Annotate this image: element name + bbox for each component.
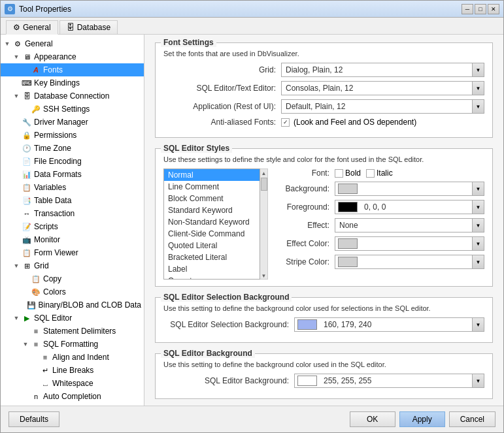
sql-editor-bg-title: SQL Editor Background (161, 349, 255, 358)
sidebar-item-formviewer[interactable]: 📋 Form Viewer (1, 246, 144, 259)
sidebar-item-dataformats[interactable]: 📊 Data Formats (1, 168, 144, 181)
sidebar-item-scripts[interactable]: 📝 Scripts (1, 220, 144, 233)
style-quoted-literal[interactable]: Quoted Literal (164, 240, 260, 251)
sqleditor-font-select[interactable]: Consolas, Plain, 12 ▼ (281, 81, 484, 95)
apply-button[interactable]: Apply (399, 411, 445, 427)
appearance-icon: 🖥 (22, 52, 32, 62)
antialiased-checkbox[interactable] (281, 118, 290, 127)
sidebar-item-appearance[interactable]: ▼ 🖥 Appearance (1, 50, 144, 63)
stripe-color-select[interactable]: ▼ (335, 255, 484, 269)
window-icon: ⚙ (5, 4, 15, 14)
sqleditor-font-arrow[interactable]: ▼ (472, 82, 484, 95)
sidebar-item-sqleditor[interactable]: ▼ ▶ SQL Editor (1, 312, 144, 325)
scroll-up[interactable]: ▲ (261, 170, 267, 176)
sql-selection-bg-select[interactable]: 160, 179, 240 ▼ (294, 317, 484, 332)
style-list-container: Normal Line Comment Block Comment Standa… (163, 168, 268, 280)
sidebar-item-keybindings[interactable]: ⌨ Key Bindings (1, 76, 144, 89)
minimize-button[interactable]: ─ (462, 4, 473, 14)
appui-font-value: Default, Plain, 12 (282, 102, 472, 111)
background-arrow[interactable]: ▼ (472, 182, 484, 195)
sql-selection-bg-border: SQL Editor Selection Background Use this… (155, 297, 493, 343)
sidebar-item-fileencoding[interactable]: 📄 File Encoding (1, 155, 144, 168)
sidebar-item-sqlformatting[interactable]: ▼ ≡ SQL Formatting (1, 338, 144, 351)
sql-editor-bg-arrow[interactable]: ▼ (472, 374, 484, 387)
bold-checkbox[interactable] (335, 169, 343, 178)
sidebar-item-tabledata[interactable]: 📑 Table Data (1, 194, 144, 207)
style-label[interactable]: Label (164, 263, 260, 275)
sidebar-item-colors[interactable]: 🎨 Colors (1, 285, 144, 298)
effect-color-select[interactable]: ▼ (335, 236, 484, 251)
sidebar-item-sshsettings[interactable]: 🔑 SSH Settings (1, 103, 144, 116)
appui-font-select[interactable]: Default, Plain, 12 ▼ (281, 99, 484, 114)
style-list[interactable]: Normal Line Comment Block Comment Standa… (163, 168, 260, 280)
dataformats-icon: 📊 (22, 169, 32, 180)
tab-database[interactable]: 🗄 Database (59, 20, 118, 34)
sidebar-item-fonts[interactable]: A Fonts (1, 63, 144, 76)
sidebar-item-alignindent[interactable]: ≡ Align and Indent (1, 351, 144, 364)
keybindings-icon: ⌨ (22, 78, 32, 88)
cancel-button[interactable]: Cancel (449, 411, 496, 427)
sql-selection-bg-arrow[interactable]: ▼ (472, 318, 484, 331)
stripe-color-arrow[interactable]: ▼ (472, 255, 484, 268)
effect-color-arrow[interactable]: ▼ (472, 237, 484, 250)
background-select[interactable]: ▼ (335, 182, 484, 196)
sidebar-item-variables[interactable]: 📋 Variables (1, 181, 144, 194)
grid-font-value: Dialog, Plain, 12 (282, 65, 472, 74)
style-normal[interactable]: Normal (164, 169, 260, 181)
sidebar-item-general[interactable]: ▼ ⚙ General (1, 37, 144, 50)
title-bar: ⚙ Tool Properties ─ □ ✕ (1, 1, 503, 18)
sidebar-item-permissions[interactable]: 🔒 Permissions (1, 129, 144, 142)
expand-icon (31, 366, 39, 374)
effect-arrow[interactable]: ▼ (472, 219, 484, 232)
sql-editor-bg-section: SQL Editor Background Use this setting t… (155, 353, 493, 399)
grid-font-select[interactable]: Dialog, Plain, 12 ▼ (281, 63, 484, 77)
scroll-down[interactable]: ▼ (261, 273, 267, 279)
effect-color-label: Effect Color: (276, 239, 335, 248)
maximize-button[interactable]: □ (475, 4, 486, 14)
grid-font-arrow[interactable]: ▼ (472, 63, 484, 76)
sqleditor-font-row: SQL Editor/Text Editor: Consolas, Plain,… (163, 81, 484, 95)
style-operator[interactable]: Operator (164, 275, 260, 280)
window-title: Tool Properties (19, 5, 458, 14)
style-bracketed-literal[interactable]: Bracketed Literal (164, 251, 260, 263)
foreground-label: Foreground: (276, 202, 335, 212)
sidebar-item-autocompletion[interactable]: n Auto Completion (1, 390, 144, 403)
expand-icon (31, 379, 39, 387)
appui-font-arrow[interactable]: ▼ (472, 100, 484, 113)
sidebar-item-stmtdelimiters[interactable]: ≡ Statement Delimiters (1, 325, 144, 338)
style-block-comment[interactable]: Block Comment (164, 193, 260, 204)
sidebar-item-dbconnection[interactable]: ▼ 🗄 Database Connection (1, 89, 144, 103)
sidebar-item-transaction[interactable]: ↔ Transaction (1, 207, 144, 220)
foreground-arrow[interactable]: ▼ (472, 200, 484, 214)
bottom-bar: Defaults OK Apply Cancel (1, 406, 503, 432)
close-button[interactable]: ✕ (488, 4, 499, 14)
effect-select[interactable]: None ▼ (335, 218, 484, 233)
sidebar-item-monitor[interactable]: 📺 Monitor (1, 233, 144, 246)
sidebar-item-timezone[interactable]: 🕐 Time Zone (1, 142, 144, 155)
font-option-row: Font: Bold Italic (276, 168, 484, 178)
tab-general[interactable]: ⚙ General (6, 20, 58, 35)
sidebar-item-grid[interactable]: ▼ ⊞ Grid (1, 259, 144, 272)
expand-icon (12, 131, 20, 139)
sidebar-item-linebreaks[interactable]: ↵ Line Breaks (1, 364, 144, 377)
foreground-select[interactable]: 0, 0, 0 ▼ (335, 200, 484, 214)
italic-checkbox[interactable] (366, 169, 375, 178)
scroll-thumb[interactable] (261, 178, 267, 191)
sidebar-item-copy[interactable]: 📋 Copy (1, 272, 144, 285)
style-list-scrollbar[interactable]: ▲ ▼ (260, 168, 268, 280)
sidebar-item-drivermanager[interactable]: 🔧 Driver Manager (1, 116, 144, 129)
style-line-comment[interactable]: Line Comment (164, 181, 260, 193)
database-tab-icon: 🗄 (67, 23, 75, 32)
sidebar-item-whitespace[interactable]: ⎵ Whitespace (1, 377, 144, 390)
sql-editor-bg-select[interactable]: 255, 255, 255 ▼ (294, 374, 484, 388)
expand-icon (22, 288, 29, 296)
style-nonstandard-keyword[interactable]: Non-Standard Keyword (164, 216, 260, 228)
style-client-cmd[interactable]: Client-Side Command (164, 228, 260, 240)
expand-icon (12, 249, 20, 257)
defaults-button[interactable]: Defaults (8, 411, 59, 427)
style-standard-keyword[interactable]: Standard Keyword (164, 204, 260, 216)
effect-value: None (335, 221, 472, 230)
sidebar-item-binaryblob[interactable]: 💾 Binary/BLOB and CLOB Data (1, 298, 144, 312)
antialiased-desc: (Look and Feel and OS dependent) (294, 118, 416, 127)
ok-button[interactable]: OK (350, 411, 395, 427)
